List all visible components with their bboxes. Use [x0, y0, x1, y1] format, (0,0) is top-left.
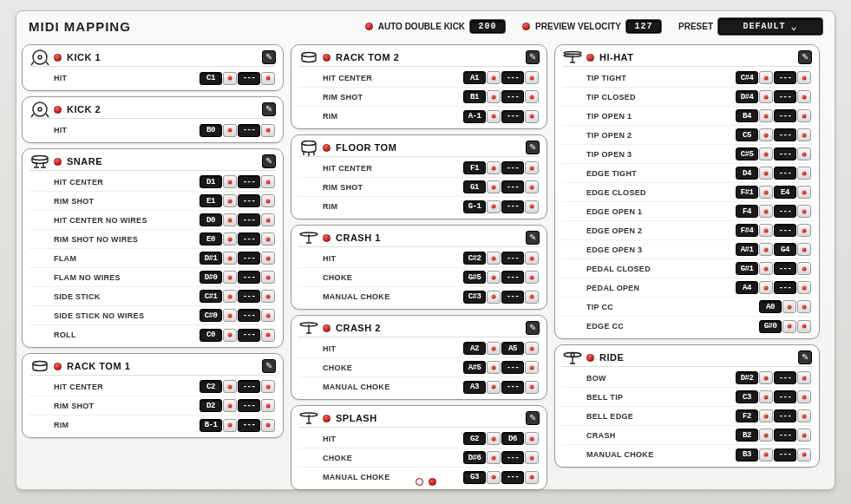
- learn-1-button[interactable]: [223, 290, 237, 303]
- learn-2-button[interactable]: [797, 320, 811, 333]
- note-1-field[interactable]: D#0: [200, 271, 222, 284]
- learn-2-button[interactable]: [525, 451, 539, 464]
- edit-button[interactable]: [526, 321, 540, 335]
- learn-2-button[interactable]: [525, 381, 539, 394]
- note-1-field[interactable]: C#4: [736, 71, 758, 84]
- edit-button[interactable]: [526, 50, 540, 64]
- learn-1-button[interactable]: [487, 200, 501, 213]
- learn-2-button[interactable]: [525, 110, 539, 123]
- note-1-field[interactable]: B4: [736, 109, 758, 122]
- note-1-field[interactable]: B1: [463, 90, 486, 103]
- learn-1-button[interactable]: [759, 71, 773, 84]
- learn-1-button[interactable]: [223, 329, 237, 342]
- learn-2-button[interactable]: [797, 90, 811, 103]
- note-1-field[interactable]: D0: [200, 213, 222, 226]
- learn-2-button[interactable]: [797, 448, 811, 461]
- note-2-field[interactable]: ---: [238, 419, 260, 432]
- learn-2-button[interactable]: [797, 371, 811, 384]
- learn-2-button[interactable]: [525, 291, 539, 304]
- card-led[interactable]: [586, 54, 594, 62]
- note-1-field[interactable]: A#1: [736, 243, 758, 256]
- note-1-field[interactable]: G2: [463, 432, 486, 445]
- note-2-field[interactable]: ---: [238, 290, 260, 303]
- learn-2-button[interactable]: [797, 262, 811, 275]
- note-1-field[interactable]: D2: [200, 399, 222, 412]
- note-2-field[interactable]: G4: [774, 243, 796, 256]
- note-1-field[interactable]: C3: [736, 390, 758, 403]
- learn-1-button[interactable]: [223, 419, 237, 432]
- learn-2-button[interactable]: [261, 329, 275, 342]
- learn-2-button[interactable]: [525, 361, 539, 374]
- edit-button[interactable]: [526, 411, 540, 425]
- learn-2-button[interactable]: [525, 71, 539, 84]
- page-indicator[interactable]: [416, 478, 436, 486]
- learn-1-button[interactable]: [759, 448, 773, 461]
- note-1-field[interactable]: G#5: [463, 271, 486, 284]
- learn-1-button[interactable]: [759, 371, 773, 384]
- note-2-field[interactable]: D6: [501, 432, 524, 445]
- learn-1-button[interactable]: [487, 180, 501, 193]
- auto-double-kick-value[interactable]: 200: [470, 20, 505, 33]
- note-1-field[interactable]: B2: [736, 429, 758, 442]
- note-1-field[interactable]: A2: [463, 342, 486, 355]
- learn-1-button[interactable]: [759, 262, 773, 275]
- learn-2-button[interactable]: [261, 290, 275, 303]
- note-2-field[interactable]: ---: [238, 72, 260, 85]
- note-1-field[interactable]: A1: [463, 71, 486, 84]
- learn-2-button[interactable]: [525, 432, 539, 445]
- learn-2-button[interactable]: [261, 124, 275, 137]
- note-1-field[interactable]: A0: [759, 300, 782, 313]
- auto-double-kick-led[interactable]: [365, 23, 373, 30]
- learn-1-button[interactable]: [759, 409, 773, 422]
- note-2-field[interactable]: ---: [238, 232, 260, 245]
- note-2-field[interactable]: ---: [774, 109, 796, 122]
- page-dot-1[interactable]: [416, 478, 423, 486]
- note-2-field[interactable]: ---: [501, 291, 524, 304]
- note-1-field[interactable]: A#5: [463, 361, 486, 374]
- learn-1-button[interactable]: [759, 90, 773, 103]
- learn-2-button[interactable]: [797, 71, 811, 84]
- note-1-field[interactable]: C2: [200, 380, 222, 393]
- note-1-field[interactable]: D#2: [736, 371, 758, 384]
- edit-button[interactable]: [262, 102, 276, 116]
- learn-2-button[interactable]: [797, 205, 811, 218]
- preview-velocity-value[interactable]: 127: [626, 20, 661, 33]
- learn-2-button[interactable]: [525, 90, 539, 103]
- learn-2-button[interactable]: [525, 252, 539, 265]
- note-2-field[interactable]: ---: [238, 175, 260, 188]
- learn-2-button[interactable]: [261, 232, 275, 245]
- learn-2-button[interactable]: [525, 161, 539, 174]
- learn-2-button[interactable]: [261, 194, 275, 207]
- learn-2-button[interactable]: [797, 109, 811, 122]
- note-1-field[interactable]: G#1: [736, 262, 758, 275]
- note-2-field[interactable]: ---: [501, 471, 524, 484]
- note-2-field[interactable]: ---: [501, 200, 524, 213]
- learn-1-button[interactable]: [223, 175, 237, 188]
- note-2-field[interactable]: ---: [774, 371, 796, 384]
- learn-1-button[interactable]: [223, 213, 237, 226]
- learn-2-button[interactable]: [525, 471, 539, 484]
- edit-button[interactable]: [526, 231, 540, 245]
- note-2-field[interactable]: ---: [774, 390, 796, 403]
- learn-2-button[interactable]: [797, 409, 811, 422]
- note-2-field[interactable]: ---: [774, 205, 796, 218]
- learn-2-button[interactable]: [797, 186, 811, 199]
- note-2-field[interactable]: ---: [238, 194, 260, 207]
- note-2-field[interactable]: ---: [774, 262, 796, 275]
- note-2-field[interactable]: ---: [501, 90, 524, 103]
- note-1-field[interactable]: A3: [463, 381, 486, 394]
- note-2-field[interactable]: ---: [501, 361, 524, 374]
- learn-1-button[interactable]: [782, 300, 796, 313]
- learn-1-button[interactable]: [759, 109, 773, 122]
- learn-2-button[interactable]: [797, 224, 811, 237]
- learn-1-button[interactable]: [223, 252, 237, 265]
- learn-1-button[interactable]: [759, 429, 773, 442]
- note-2-field[interactable]: ---: [501, 110, 524, 123]
- learn-2-button[interactable]: [797, 128, 811, 141]
- learn-1-button[interactable]: [223, 194, 237, 207]
- card-led[interactable]: [54, 54, 62, 62]
- note-1-field[interactable]: F2: [736, 409, 758, 422]
- learn-2-button[interactable]: [261, 175, 275, 188]
- learn-2-button[interactable]: [797, 390, 811, 403]
- learn-1-button[interactable]: [759, 281, 773, 294]
